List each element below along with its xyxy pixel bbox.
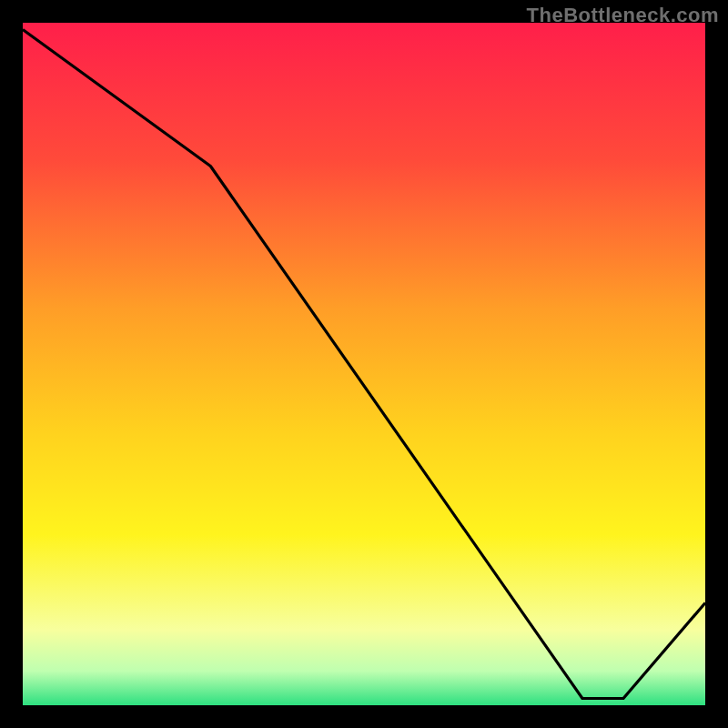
plot-area xyxy=(23,23,705,705)
chart-stage: TheBottleneck.com xyxy=(0,0,728,728)
watermark-text: TheBottleneck.com xyxy=(527,4,719,27)
